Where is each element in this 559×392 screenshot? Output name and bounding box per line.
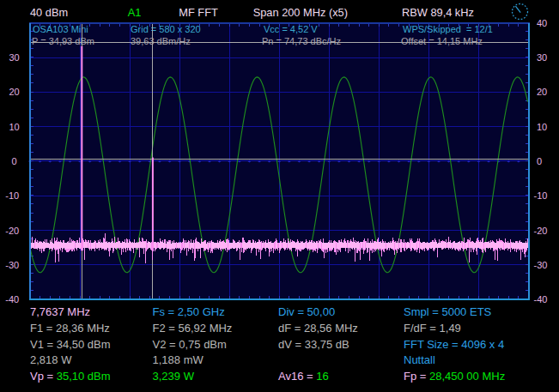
svg-text:RBW 89,4 kHz: RBW 89,4 kHz [402, 6, 474, 19]
svg-text:0: 0 [11, 156, 16, 166]
svg-text:Fp = 28,450 00 MHz: Fp = 28,450 00 MHz [404, 370, 505, 383]
svg-text:-40: -40 [5, 294, 19, 305]
svg-text:40 dBm: 40 dBm [30, 6, 68, 19]
svg-text:V2 = 0,75 dBm: V2 = 0,75 dBm [153, 338, 227, 351]
svg-text:20: 20 [537, 87, 547, 97]
svg-text:Nuttall: Nuttall [404, 353, 435, 366]
svg-text:Smpl = 5000 ETS: Smpl = 5000 ETS [404, 305, 492, 318]
svg-text:Div = 50,00: Div = 50,00 [278, 305, 335, 318]
svg-text:Pn = 74,73 dBc/Hz: Pn = 74,73 dBc/Hz [262, 36, 341, 46]
svg-text:0: 0 [537, 156, 542, 166]
svg-text:MF FFT: MF FFT [179, 6, 218, 19]
svg-text:7,7637 MHz: 7,7637 MHz [30, 305, 90, 318]
svg-text:P = 34,93 dBm: P = 34,93 dBm [32, 36, 94, 46]
svg-text:10: 10 [537, 122, 547, 132]
svg-text:dV = 33,75 dB: dV = 33,75 dB [278, 338, 349, 351]
svg-text:A1: A1 [128, 6, 142, 19]
svg-text:-10: -10 [534, 190, 548, 201]
svg-text:F/dF = 1,49: F/dF = 1,49 [404, 322, 461, 335]
svg-text:F1 = 28,36 MHz: F1 = 28,36 MHz [30, 322, 110, 335]
svg-text:30: 30 [537, 52, 547, 63]
svg-text:-30: -30 [534, 260, 548, 270]
svg-text:OSA103 Mini: OSA103 Mini [33, 24, 88, 34]
svg-text:1,188 mW: 1,188 mW [153, 353, 204, 366]
svg-text:dF = 28,56 MHz: dF = 28,56 MHz [278, 322, 358, 335]
svg-text:30: 30 [9, 52, 19, 63]
svg-text:V1 = 34,50 dBm: V1 = 34,50 dBm [30, 338, 111, 351]
svg-text:39,63 dBm/Hz: 39,63 dBm/Hz [131, 36, 191, 46]
svg-text:Av16 = 16: Av16 = 16 [278, 370, 329, 383]
svg-text:Grid = 580 x 320: Grid = 580 x 320 [131, 24, 201, 34]
svg-text:Vp = 35,10 dBm: Vp = 35,10 dBm [30, 370, 111, 383]
svg-text:Offset = 14,15 MHz: Offset = 14,15 MHz [401, 36, 483, 46]
svg-text:2,818 W: 2,818 W [30, 353, 72, 366]
svg-text:-30: -30 [5, 260, 19, 270]
svg-text:40: 40 [537, 18, 547, 28]
svg-text:Span 200 MHz (x5): Span 200 MHz (x5) [253, 6, 348, 19]
svg-text:-20: -20 [5, 226, 19, 236]
svg-text:Vcc = 4,52 V: Vcc = 4,52 V [264, 24, 318, 34]
svg-text:Fs = 2,50 GHz: Fs = 2,50 GHz [153, 305, 225, 318]
svg-text:F2 = 56,92 MHz: F2 = 56,92 MHz [153, 322, 233, 335]
svg-text:-20: -20 [534, 226, 548, 236]
svg-text:FFT Size = 4096 x 4: FFT Size = 4096 x 4 [404, 338, 504, 351]
svg-text:3,239 W: 3,239 W [153, 370, 195, 383]
svg-text:-10: -10 [5, 190, 19, 201]
svg-text:10: 10 [9, 122, 19, 132]
svg-text:WPS/Skipped = 12/1: WPS/Skipped = 12/1 [403, 24, 493, 34]
svg-text:20: 20 [9, 87, 19, 97]
svg-text:-40: -40 [534, 294, 548, 305]
